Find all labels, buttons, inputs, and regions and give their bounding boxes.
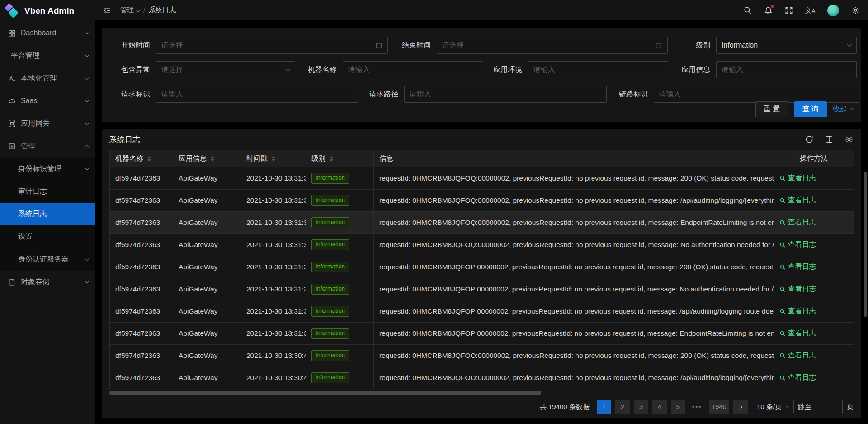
level-select[interactable]: Information [716,37,857,54]
sidebar-item-platform[interactable]: 平台管理 [0,44,95,67]
language-switch-icon[interactable]: 文A [805,7,815,14]
end-time-picker[interactable]: 请选择 [437,37,668,54]
table-row: df5974d72363ApiGateWay2021-10-30 13:31:3… [110,167,854,190]
sort-icon[interactable] [147,156,151,162]
row-height-icon[interactable] [825,135,834,144]
sort-icon[interactable] [330,156,333,162]
sort-icon[interactable] [211,156,214,162]
notification-bell-icon[interactable] [764,6,773,14]
query-button[interactable]: 查 询 [794,101,827,117]
view-log-link[interactable]: 查看日志 [779,351,816,360]
page-button-5[interactable]: 5 [671,400,685,414]
page-button-4[interactable]: 4 [652,400,667,414]
sidebar-item-identity-management[interactable]: 身份标识管理 [0,157,95,180]
cell-machine-name: df5974d72363 [110,212,173,234]
sidebar-item-identity-server[interactable]: 身份认证服务器 [0,248,95,271]
cell-machine-name: df5974d72363 [110,345,173,367]
view-log-link[interactable]: 查看日志 [779,262,816,272]
collapse-link[interactable]: 收起 [833,105,854,114]
fullscreen-icon[interactable] [785,6,793,14]
filter-form: 开始时间 请选择 结束时间 请选择 级别 Information [102,28,861,122]
machine-name-field[interactable] [343,61,483,78]
col-app-info[interactable]: 应用信息 [173,150,241,167]
settings-gear-icon[interactable] [851,6,860,14]
table-row: df5974d72363ApiGateWay2021-10-30 13:30:4… [110,367,854,389]
machine-name-input[interactable] [348,66,478,74]
request-id-field[interactable] [156,86,358,103]
jump-page-input[interactable] [816,400,843,414]
management-icon [8,143,16,150]
search-icon[interactable] [743,6,752,14]
refresh-icon[interactable] [805,135,814,144]
breadcrumb-parent[interactable]: 管理 [120,6,140,14]
col-machine-name[interactable]: 机器名称 [110,150,173,167]
cell-actions: 查看日志 [774,234,854,256]
cell-actions: 查看日志 [774,212,854,234]
table-row: df5974d72363ApiGateWay2021-10-30 13:31:3… [110,190,854,212]
column-settings-gear-icon[interactable] [844,135,854,144]
page-ellipsis[interactable]: ••• [689,400,705,414]
trace-id-input[interactable] [659,90,854,98]
sidebar-item-audit-log[interactable]: 审计日志 [0,180,95,203]
scrollbar-thumb[interactable] [109,391,541,395]
vertical-scrollbar[interactable] [864,172,867,317]
app-logo[interactable]: Vben Admin [0,0,95,22]
sidebar-item-saas[interactable]: Saas [0,90,95,112]
cell-level: Information [306,278,374,300]
level-badge: Information [311,239,349,250]
reset-button[interactable]: 重 置 [755,101,788,117]
sidebar-item-management[interactable]: 管理 [0,135,95,157]
trace-id-field[interactable] [654,86,859,103]
sort-icon[interactable] [272,156,275,162]
sidebar-item-object-storage[interactable]: 对象存储 [0,271,95,293]
start-time-picker[interactable]: 请选择 [156,37,388,54]
cell-app-info: ApiGateWay [173,323,241,345]
sidebar-item-localization[interactable]: 本地化管理 [0,67,95,90]
page-button-2[interactable]: 2 [615,400,630,414]
table-row: df5974d72363ApiGateWay2021-10-30 13:31:3… [110,300,854,323]
breadcrumb-current: 系统日志 [149,6,176,14]
request-path-field[interactable] [404,86,607,103]
sidebar-item-system-log[interactable]: 系统日志 [0,203,95,225]
page-button-1[interactable]: 1 [597,400,611,414]
breadcrumb-separator: / [143,6,145,14]
menu-fold-icon[interactable] [103,6,111,14]
sidebar-item-settings[interactable]: 设置 [0,225,95,248]
view-log-link[interactable]: 查看日志 [779,173,816,183]
cell-message: requestId: 0HMCRBM8JQFOP:00000002, previ… [374,278,774,300]
app-info-input[interactable] [722,66,851,74]
app-env-field[interactable] [528,61,668,78]
app-info-field[interactable] [716,61,857,78]
sidebar-item-dashboard[interactable]: Dashboard [0,22,95,44]
request-path-input[interactable] [410,90,601,98]
notification-dot [771,5,774,8]
view-log-link[interactable]: 查看日志 [779,373,816,382]
cell-level: Information [306,300,374,323]
chevron-down-icon [847,42,852,47]
view-log-link[interactable]: 查看日志 [779,195,816,205]
page-button-3[interactable]: 3 [634,400,648,414]
view-log-link[interactable]: 查看日志 [779,240,816,249]
cell-actions: 查看日志 [774,256,854,278]
col-timestamp[interactable]: 时间戳 [241,150,306,167]
view-log-link[interactable]: 查看日志 [779,329,816,338]
next-page-button[interactable] [733,400,748,414]
page-size-select[interactable]: 10 条/页 [752,400,794,414]
cell-app-info: ApiGateWay [173,190,241,212]
page-button-last[interactable]: 1940 [709,400,729,414]
header-actions: 文A [743,5,860,16]
sidebar-item-label: 设置 [18,232,33,242]
cell-machine-name: df5974d72363 [110,300,173,323]
view-log-link[interactable]: 查看日志 [779,218,816,227]
user-avatar[interactable] [827,5,839,16]
app-env-input[interactable] [533,66,663,74]
sidebar-item-label: 平台管理 [11,51,40,61]
horizontal-scrollbar[interactable] [109,390,854,395]
has-exception-select[interactable]: 请选择 [156,61,295,78]
view-log-link[interactable]: 查看日志 [779,306,816,316]
sidebar-item-gateway[interactable]: 应用网关 [0,112,95,135]
view-log-link[interactable]: 查看日志 [779,284,816,294]
col-level[interactable]: 级别 [306,150,374,167]
request-id-input[interactable] [161,90,353,98]
cell-machine-name: df5974d72363 [110,190,173,212]
